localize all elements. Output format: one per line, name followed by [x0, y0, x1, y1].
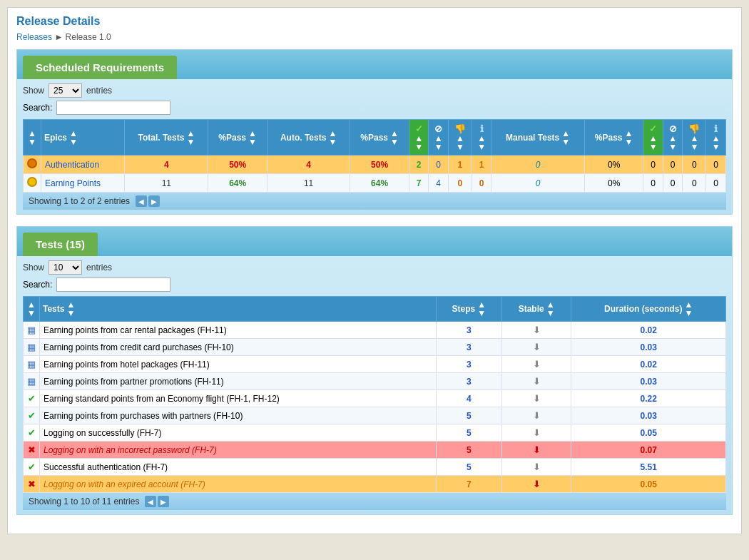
- test-steps-cell: 5: [436, 459, 501, 476]
- th-pct-pass-1[interactable]: %Pass ▲▼: [208, 120, 268, 156]
- test-duration-cell: 0.03: [571, 373, 726, 390]
- tests-prev-btn[interactable]: ◀: [145, 496, 156, 507]
- test-table-row: ▦ Earning points from hotel packages (FH…: [24, 356, 726, 373]
- tests-section: Tests (15) Show 10 25 50 100 entries Sea…: [16, 226, 733, 515]
- th-tests-stable[interactable]: Stable ▲▼: [501, 297, 571, 322]
- sr-thumb1: 1: [448, 156, 472, 174]
- th-thumb2[interactable]: 👎 ▲▼: [683, 120, 706, 156]
- test-name-cell: Logging on with an incorrect password (F…: [40, 442, 437, 459]
- test-duration-cell: 0.02: [571, 356, 726, 373]
- test-duration-cell: 0.05: [571, 424, 726, 442]
- tests-search-input[interactable]: [56, 278, 170, 292]
- test-stable-cell: ⬇: [501, 373, 571, 390]
- main-container: Release Details Releases ► Release 1.0 S…: [7, 7, 742, 534]
- test-icon-list: ▦: [27, 325, 36, 335]
- test-stable-cell: ⬇: [501, 424, 571, 442]
- test-name-cell: Earning points from car rental packages …: [40, 322, 437, 339]
- stable-icon: ⬇: [533, 427, 541, 438]
- test-steps-cell: 3: [436, 322, 501, 339]
- scheduled-requirements-title: Scheduled Requirements: [23, 56, 177, 79]
- test-table-row: ▦ Earning points from car rental package…: [24, 322, 726, 339]
- test-duration-cell: 0.03: [571, 407, 726, 424]
- test-steps-cell: 4: [436, 390, 501, 407]
- sr-next-btn[interactable]: ▶: [148, 195, 160, 207]
- test-icon-cell: ▦: [24, 322, 40, 339]
- th-tests-steps[interactable]: Steps ▲▼: [436, 297, 501, 322]
- th-auto-tests[interactable]: Auto. Tests ▲▼: [267, 120, 350, 156]
- test-icon-list: ▦: [27, 376, 36, 387]
- stable-icon: ⬇: [533, 325, 541, 335]
- test-duration-cell: 0.05: [571, 476, 726, 493]
- th-info2[interactable]: ℹ ▲▼: [706, 120, 726, 156]
- stable-icon: ⬇: [533, 359, 541, 370]
- sr-search-row: Search:: [23, 101, 726, 115]
- th-no2[interactable]: ⊘ ▲▼: [663, 120, 683, 156]
- tests-body: Show 10 25 50 100 entries Search:: [17, 256, 732, 514]
- test-duration-cell: 0.02: [571, 322, 726, 339]
- tests-show-select[interactable]: 10 25 50 100: [49, 260, 82, 275]
- test-icon-cell: ✔: [24, 407, 40, 424]
- sr-pagination[interactable]: ◀ ▶: [136, 195, 160, 207]
- tests-next-btn[interactable]: ▶: [158, 496, 169, 507]
- test-icon-cell: ▦: [24, 339, 40, 356]
- sr-info2: 0: [706, 174, 726, 193]
- test-icon-cell: ✔: [24, 424, 40, 442]
- sr-pct-pass-1: 50%: [208, 156, 268, 174]
- th-check1[interactable]: ✓ ▲▼: [409, 120, 429, 156]
- test-duration-cell: 5.51: [571, 459, 726, 476]
- tests-show-label: Show: [23, 263, 44, 273]
- sr-auto-tests: 11: [267, 174, 350, 193]
- th-info1[interactable]: ℹ ▲▼: [472, 120, 491, 156]
- test-stable-cell: ⬇: [501, 322, 571, 339]
- th-thumb1[interactable]: 👎 ▲▼: [448, 120, 472, 156]
- test-duration-cell: 0.03: [571, 339, 726, 356]
- stable-icon: ⬇: [533, 376, 541, 387]
- breadcrumb: Releases ► Release 1.0: [16, 32, 733, 42]
- stable-icon: ⬇: [533, 393, 541, 404]
- sr-entries-label: entries: [86, 86, 112, 96]
- test-icon-cell: ▦: [24, 356, 40, 373]
- test-steps-cell: 5: [436, 407, 501, 424]
- sr-info2: 0: [706, 156, 726, 174]
- tests-pagination[interactable]: ◀ ▶: [145, 496, 169, 507]
- test-icon-check: ✔: [28, 393, 36, 404]
- sr-thumb1: 0: [448, 174, 472, 193]
- sr-name-cell: Authentication: [41, 156, 125, 174]
- test-name-cell: Earning points from credit card purchase…: [40, 339, 437, 356]
- th-tests-name[interactable]: Tests ▲▼: [40, 297, 437, 322]
- scheduled-requirements-table: ▲▼ Epics ▲▼ Total. Tests: [23, 119, 726, 193]
- sr-search-input[interactable]: [56, 101, 170, 115]
- th-total-tests[interactable]: Total. Tests ▲▼: [125, 120, 208, 156]
- sr-showing-text: Showing 1 to 2 of 2 entries: [29, 196, 130, 206]
- th-manual-tests[interactable]: Manual Tests ▲▼: [491, 120, 585, 156]
- sr-search-label: Search:: [23, 103, 52, 113]
- stable-icon: ⬇: [533, 342, 541, 352]
- sr-no1: 0: [429, 156, 449, 174]
- test-icon-cell: ✖: [24, 476, 40, 493]
- test-table-row: ▦ Earning points from credit card purcha…: [24, 339, 726, 356]
- sr-table-row: Earning Points 11 64% 11 64% 7 4 0 0 0 0…: [24, 174, 726, 193]
- th-pct-pass-2[interactable]: %Pass ▲▼: [350, 120, 409, 156]
- stable-icon: ⬇: [533, 410, 541, 421]
- sr-check2: 0: [643, 174, 663, 193]
- th-tests-sort[interactable]: ▲▼: [24, 297, 40, 322]
- th-sort[interactable]: ▲▼: [24, 120, 41, 156]
- th-tests-duration[interactable]: Duration (seconds) ▲▼: [571, 297, 726, 322]
- th-no1[interactable]: ⊘ ▲▼: [429, 120, 449, 156]
- tests-header: Tests (15): [17, 227, 732, 256]
- th-pct-pass-3[interactable]: %Pass ▲▼: [584, 120, 643, 156]
- sr-show-select[interactable]: 25 10 50 100: [49, 83, 82, 98]
- th-epics[interactable]: Epics ▲▼: [41, 120, 125, 156]
- test-name-cell: Successful authentication (FH-7): [40, 459, 437, 476]
- sr-pct-pass-3: 0%: [584, 174, 643, 193]
- sr-no2: 0: [663, 156, 683, 174]
- sr-pct-pass-2: 50%: [350, 156, 409, 174]
- breadcrumb-releases-link[interactable]: Releases: [16, 32, 52, 42]
- th-check2[interactable]: ✓ ▲▼: [643, 120, 663, 156]
- stable-icon-red: ⬇: [533, 479, 541, 489]
- test-icon-cell: ✖: [24, 442, 40, 459]
- stable-icon-red: ⬇: [533, 444, 541, 455]
- test-steps-cell: 3: [436, 373, 501, 390]
- sr-info1: 1: [472, 156, 491, 174]
- sr-prev-btn[interactable]: ◀: [136, 195, 147, 207]
